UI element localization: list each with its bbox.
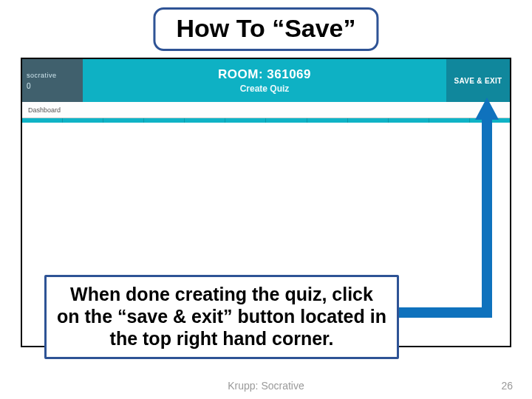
slide-title: How To “Save” xyxy=(176,14,355,42)
page-subtitle: Create Quiz xyxy=(240,83,290,94)
header-center-panel: ROOM: 361069 Create Quiz xyxy=(83,59,446,102)
breadcrumb-row: Dashboard xyxy=(22,102,510,118)
save-exit-button[interactable]: SAVE & EXIT xyxy=(446,59,510,102)
save-exit-label: SAVE & EXIT xyxy=(454,77,502,85)
slide-title-box: How To “Save” xyxy=(153,7,378,51)
breadcrumb-dashboard[interactable]: Dashboard xyxy=(28,106,61,114)
footer-credit: Krupp: Socrative xyxy=(228,380,304,392)
arrow-head-icon xyxy=(475,98,499,120)
instruction-callout: When done creating the quiz, click on th… xyxy=(44,275,399,359)
app-header: socrative 0 ROOM: 361069 Create Quiz SAV… xyxy=(22,59,510,102)
user-count: 0 xyxy=(27,82,83,90)
brand-label: socrative xyxy=(27,72,83,79)
room-label: ROOM: 361069 xyxy=(218,67,311,82)
header-left-panel: socrative 0 xyxy=(22,59,83,102)
page-number: 26 xyxy=(501,380,513,392)
instruction-text: When done creating the quiz, click on th… xyxy=(57,284,386,349)
segment-strip xyxy=(22,118,510,123)
